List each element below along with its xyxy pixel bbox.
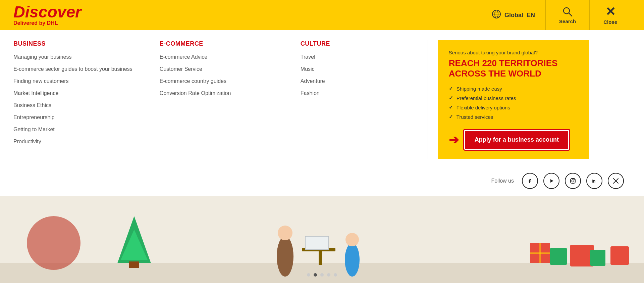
nav-link-country-guides[interactable]: E-commerce country guides [160,78,273,84]
header-right: Global EN Search ✕ Close [482,0,631,30]
hero-dots [307,273,337,277]
region-label: Global [504,12,523,19]
nav-column-culture: CULTURE Travel Music Adventure Fashion [287,40,428,159]
lang-label: EN [527,12,535,19]
promo-features: ✓ Shipping made easy ✓ Preferential busi… [449,86,578,120]
nav-column-ecommerce: E-COMMERCE E-commerce Advice Customer Se… [146,40,287,159]
nav-link-entrepreneurship[interactable]: Entrepreneurship [13,114,132,120]
search-button[interactable]: Search [546,6,589,24]
nav-link-adventure[interactable]: Adventure [301,78,414,84]
close-label: Close [603,19,617,25]
hero-section [0,196,644,283]
globe-icon [492,9,501,21]
nav-link-market2[interactable]: Getting to Market [13,127,132,133]
nav-link-conversion[interactable]: Conversion Rate Optimization [160,90,273,96]
svg-point-10 [574,179,575,180]
nav-link-customer-service[interactable]: Customer Service [160,66,273,72]
dot-5[interactable] [334,273,337,277]
svg-rect-17 [590,250,605,266]
nav-link-fashion[interactable]: Fashion [301,90,414,96]
nav-link-ecommerce-advice[interactable]: E-commerce Advice [160,54,273,60]
logo[interactable]: Discover Delivered by DHL [13,4,82,26]
linkedin-icon[interactable]: in [586,173,602,189]
svg-line-6 [569,13,572,16]
culture-title: CULTURE [301,40,414,47]
promo-feature-3: ✓ Flexible delivery options [449,104,578,110]
business-title: BUSINESS [13,40,132,47]
promo-cta-row: ➔ Apply for a business account [449,130,578,150]
dot-1[interactable] [307,273,310,277]
promo-feature-1: ✓ Shipping made easy [449,86,578,92]
logo-sub: Delivered by DHL [13,20,82,26]
nav-link-market[interactable]: Market Intelligence [13,90,132,96]
header-region[interactable]: Global EN [482,9,545,21]
arrow-right-icon: ➔ [449,134,459,146]
apply-business-button[interactable]: Apply for a business account [464,130,569,150]
dot-4[interactable] [327,273,330,277]
follow-text: Follow us [491,178,514,184]
svg-rect-31 [305,236,329,250]
logo-dhl: DHL [47,20,58,26]
svg-rect-23 [129,261,139,268]
promo-subtitle: Serious about taking your brand global? [449,50,578,55]
twitter-icon[interactable] [608,173,624,189]
svg-text:in: in [592,179,596,184]
check-icon-1: ✓ [449,86,453,92]
nav-link-ecommerce-guides[interactable]: E-commerce sector guides to boost your b… [13,66,132,72]
svg-point-25 [277,236,293,277]
check-icon-2: ✓ [449,95,453,101]
hero-illustration [0,196,644,283]
promo-feature-2: ✓ Preferential business rates [449,95,578,101]
youtube-icon[interactable] [543,173,559,189]
promo-title: REACH 220 TERRITORIES ACROSS THE WORLD [449,58,578,79]
nav-dropdown: BUSINESS Managing your business E-commer… [0,30,644,166]
svg-point-27 [345,243,360,277]
logo-discover-text: Discover [13,4,82,20]
nav-link-music[interactable]: Music [301,66,414,72]
check-icon-3: ✓ [449,104,453,110]
social-bar: Follow us in [0,166,644,196]
header: Discover Delivered by DHL Global EN [0,0,644,30]
ecommerce-title: E-COMMERCE [160,40,273,47]
search-icon [562,6,573,17]
nav-link-managing[interactable]: Managing your business [13,54,132,60]
svg-rect-18 [610,246,629,265]
search-label: Search [559,18,576,24]
dot-3[interactable] [320,273,324,277]
check-icon-4: ✓ [449,114,453,120]
svg-point-24 [27,216,80,270]
nav-link-travel[interactable]: Travel [301,54,414,60]
svg-marker-7 [550,179,553,183]
svg-point-9 [572,180,574,182]
svg-rect-15 [550,248,567,265]
nav-column-business: BUSINESS Managing your business E-commer… [0,40,146,159]
facebook-icon[interactable] [522,173,538,189]
promo-feature-4: ✓ Trusted services [449,114,578,120]
close-icon: ✕ [605,6,615,18]
instagram-icon[interactable] [565,173,581,189]
dot-2[interactable] [314,273,317,277]
svg-rect-16 [570,245,594,266]
nav-link-productivity[interactable]: Productivity [13,139,132,145]
nav-link-finding[interactable]: Finding new customers [13,78,132,84]
svg-point-26 [278,226,292,240]
svg-point-28 [345,233,359,246]
close-button[interactable]: ✕ Close [590,6,631,25]
nav-link-ethics[interactable]: Business Ethics [13,102,132,108]
svg-rect-30 [319,251,322,265]
promo-card: Serious about taking your brand global? … [438,40,589,159]
